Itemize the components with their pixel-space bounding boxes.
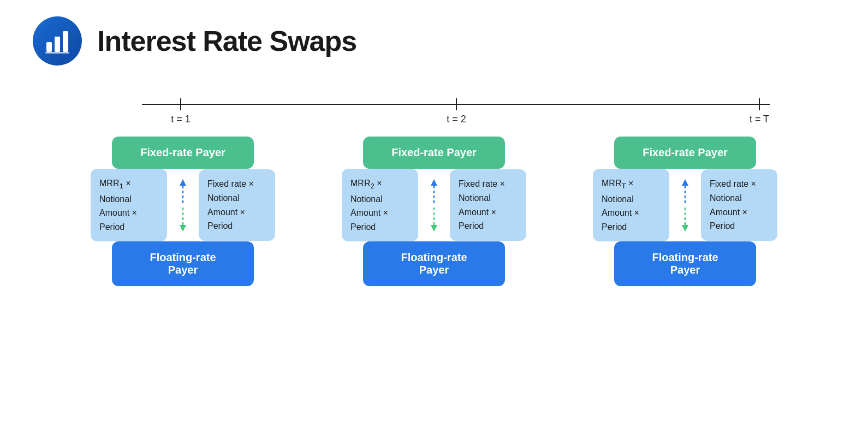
fixed-rate-payer-3: Fixed-rate Payer <box>614 137 756 169</box>
fixed-box-1: Fixed rate ×NotionalAmount ×Period <box>199 169 275 240</box>
green-arrow-down-3 <box>677 205 693 234</box>
floating-rate-payer-3: Floating-ratePayer <box>614 241 756 286</box>
timeline-label-2: t = 2 <box>447 114 466 125</box>
page: Interest Rate Swaps t = 1 t = 2 t = T Fi… <box>0 0 868 432</box>
svg-marker-15 <box>682 225 688 232</box>
svg-marker-9 <box>431 179 437 186</box>
svg-marker-11 <box>431 225 437 232</box>
mid-section-3: MRRT ×NotionalAmount ×Period Fixed rate … <box>568 169 802 241</box>
swap-group-1: Fixed-rate Payer MRR1 ×NotionalAmount ×P… <box>66 137 300 286</box>
arrows-2 <box>420 173 448 238</box>
svg-rect-0 <box>46 42 52 52</box>
floating-rate-payer-2: Floating-ratePayer <box>363 241 505 286</box>
mrr-box-2: MRR2 ×NotionalAmount ×Period <box>342 169 418 241</box>
bar-chart-icon <box>43 27 72 55</box>
green-arrow-down-1 <box>175 205 191 234</box>
fixed-box-2: Fixed rate ×NotionalAmount ×Period <box>450 169 526 240</box>
blue-arrow-up-1 <box>175 177 191 205</box>
mrr-box-3: MRRT ×NotionalAmount ×Period <box>593 169 669 241</box>
svg-marker-5 <box>180 179 186 186</box>
header: Interest Rate Swaps <box>33 16 835 66</box>
logo-circle <box>33 16 82 66</box>
page-title: Interest Rate Swaps <box>97 25 356 57</box>
green-arrow-down-2 <box>426 205 442 234</box>
fixed-rate-payer-1: Fixed-rate Payer <box>112 137 254 169</box>
fixed-box-3: Fixed rate ×NotionalAmount ×Period <box>701 169 777 240</box>
swap-group-2: Fixed-rate Payer MRR2 ×NotionalAmount ×P… <box>317 137 551 286</box>
swap-group-3: Fixed-rate Payer MRRT ×NotionalAmount ×P… <box>568 137 802 286</box>
mrr-box-1: MRR1 ×NotionalAmount ×Period <box>91 169 167 241</box>
timeline-label-1: t = 1 <box>171 114 191 125</box>
timeline-tick-T <box>759 98 760 110</box>
mid-section-2: MRR2 ×NotionalAmount ×Period Fixed rate … <box>317 169 551 241</box>
timeline-tick-1 <box>180 98 181 110</box>
arrows-3 <box>671 173 699 238</box>
svg-rect-1 <box>55 37 60 52</box>
svg-rect-3 <box>45 52 69 54</box>
timeline-label-T: t = T <box>750 114 769 125</box>
svg-rect-2 <box>63 31 68 52</box>
timeline: t = 1 t = 2 t = T <box>33 87 835 131</box>
svg-marker-13 <box>682 179 688 186</box>
floating-rate-payer-1: Floating-ratePayer <box>112 241 254 286</box>
fixed-rate-payer-2: Fixed-rate Payer <box>363 137 505 169</box>
swaps-container: Fixed-rate Payer MRR1 ×NotionalAmount ×P… <box>33 137 835 286</box>
svg-marker-7 <box>180 225 186 232</box>
arrows-1 <box>169 173 197 238</box>
blue-arrow-up-3 <box>677 177 693 205</box>
blue-arrow-up-2 <box>426 177 442 205</box>
mid-section-1: MRR1 ×NotionalAmount ×Period <box>66 169 300 241</box>
timeline-tick-2 <box>456 98 457 110</box>
